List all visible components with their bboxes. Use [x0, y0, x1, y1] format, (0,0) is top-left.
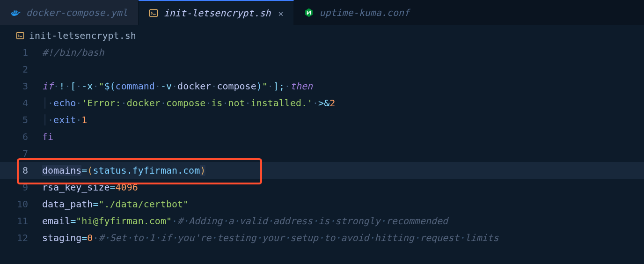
code-line[interactable]: 7 — [0, 145, 644, 162]
editor-tabs: docker-compose.yml init-letsencrypt.sh ✕… — [0, 0, 644, 25]
line-number: 3 — [0, 78, 42, 95]
code-line[interactable]: 9 rsa_key_size=4096 — [0, 179, 644, 196]
line-number: 11 — [0, 213, 42, 229]
breadcrumb[interactable]: init-letsencrypt.sh — [0, 25, 644, 44]
tab-uptime-kuma[interactable]: uptime-kuma.conf — [294, 0, 420, 25]
shell-icon — [149, 8, 158, 18]
svg-rect-1 — [17, 32, 24, 39]
tab-label: docker-compose.yml — [26, 7, 128, 18]
line-number: 9 — [0, 179, 42, 196]
code-line[interactable]: 1 #!/bin/bash — [0, 44, 644, 61]
docker-icon — [10, 7, 21, 18]
code-line[interactable]: 12 staging=0·#·Set·to·1·if·you're·testin… — [0, 229, 644, 246]
line-number: 6 — [0, 128, 42, 145]
line-number: 10 — [0, 196, 42, 213]
shell-icon — [16, 31, 24, 40]
tab-init-letsencrypt[interactable]: init-letsencrypt.sh ✕ — [139, 0, 294, 25]
code-line[interactable]: 6 fi — [0, 128, 644, 145]
svg-rect-0 — [149, 10, 157, 17]
line-number: 12 — [0, 229, 42, 246]
tab-label: init-letsencrypt.sh — [164, 7, 271, 19]
tab-label: uptime-kuma.conf — [319, 7, 410, 18]
code-line[interactable]: 2 — [0, 61, 644, 78]
code-editor[interactable]: 1 #!/bin/bash 2 3 if· ! !·[·-x·"$(comman… — [0, 44, 644, 246]
code-line[interactable]: 11 email="hi@fyfirman.com"·#·Adding·a·va… — [0, 213, 644, 229]
line-number: 7 — [0, 145, 42, 162]
close-icon[interactable]: ✕ — [278, 8, 284, 18]
nginx-icon — [304, 8, 314, 17]
line-number: 5 — [0, 111, 42, 128]
line-number: 2 — [0, 61, 42, 78]
code-line[interactable]: 3 if· ! !·[·-x·"$(command·-v·docker·comp… — [0, 78, 644, 95]
line-number: 8 — [0, 162, 42, 179]
code-line[interactable]: 10 data_path="./data/certbot" — [0, 196, 644, 213]
tab-docker-compose[interactable]: docker-compose.yml — [0, 0, 139, 25]
code-line[interactable]: 8 domains=(status.fyfirman.com) — [0, 162, 644, 179]
code-line[interactable]: 5 │·exit·1 — [0, 111, 644, 128]
line-number: 1 — [0, 44, 42, 61]
code-line[interactable]: 4 │·echo·'Error:·docker·compose·is·not·i… — [0, 95, 644, 111]
line-number: 4 — [0, 95, 42, 111]
breadcrumb-path: init-letsencrypt.sh — [29, 30, 136, 41]
